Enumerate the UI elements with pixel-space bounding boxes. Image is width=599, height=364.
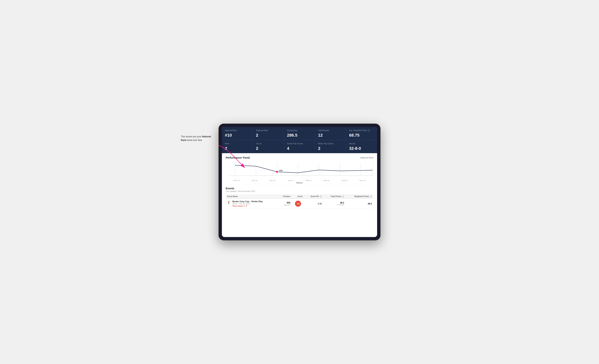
- col-weighted-points: Weighted Points i: [346, 194, 373, 199]
- x-label-oct23: OCT 23: [228, 179, 246, 181]
- x-label-apr24: APR 24: [335, 179, 353, 181]
- x-label-nov23: NOV 23: [246, 179, 264, 181]
- stat-regional-rank: Regional Rank 2: [253, 127, 284, 140]
- svg-text:#10: #10: [279, 169, 282, 172]
- event-name-cell: 🏌️ Buster Cozy Cup – Stroke Play Oct 9 –…: [226, 199, 278, 209]
- svg-point-10: [276, 171, 278, 173]
- stats-row-1: National Rank #10 Regional Rank 2 Scorin…: [222, 127, 377, 140]
- chart-x-labels: OCT 23 NOV 23 DEC 23 JAN 24 FEB 24 MAR 2…: [226, 179, 373, 181]
- event-score: -22: [292, 199, 304, 209]
- events-table-header: Event Name Position Score Event SG i Tot…: [226, 194, 373, 199]
- tablet-frame: National Rank #10 Regional Rank 2 Scorin…: [219, 124, 380, 240]
- table-row: 🏌️ Buster Cozy Cup – Stroke Play Oct 9 –…: [226, 199, 373, 209]
- events-title: Events: [226, 187, 373, 190]
- perf-title: Performance Trend: [226, 156, 250, 159]
- x-label-feb24: FEB 24: [300, 179, 317, 181]
- info-icon-event-sg: i: [320, 195, 322, 197]
- total-points: 28.3 3 Rounds: [323, 199, 346, 209]
- info-icon-weighted-points: i: [370, 195, 372, 197]
- stat-total-rounds: Total Rounds 12: [315, 127, 346, 140]
- stat-wins: Wins 2: [222, 140, 253, 153]
- chart-container: #10 OCT 23 NOV 23 DEC 23 JAN 24 FEB 24 M…: [226, 161, 373, 182]
- events-updated: Last updated: 24th November 2023: [226, 190, 373, 192]
- events-table: Event Name Position Score Event SG i Tot…: [226, 194, 373, 209]
- stat-record: Record 32-8-0: [346, 140, 377, 153]
- col-position: Position: [278, 194, 292, 199]
- info-icon-total-points: i: [342, 195, 344, 197]
- stat-top3s: Top 3s 2: [253, 140, 284, 153]
- stats-row-2: Wins 2 Top 3s 2 Stroke Play Events 4 Mat…: [222, 140, 377, 153]
- x-label-may24: MAY 24: [353, 179, 372, 181]
- stat-avg-weighted-points: Avg. Weighted Points i 68.75: [346, 127, 377, 140]
- col-total-points: Total Points i: [323, 194, 346, 199]
- chart-svg: #10: [226, 161, 373, 178]
- event-sg: 0.45: [304, 199, 323, 209]
- stat-match-play-events: Match Play Events 2: [315, 140, 346, 153]
- events-section: Events Last updated: 24th November 2023 …: [222, 184, 377, 211]
- col-event-sg: Event SG i: [304, 194, 323, 199]
- chart-x-axis-title: Months: [226, 182, 373, 184]
- events-table-body: 🏌️ Buster Cozy Cup – Stroke Play Oct 9 –…: [226, 199, 373, 209]
- x-label-jan24: JAN 24: [282, 179, 300, 181]
- performance-section: Performance Trend National Rank: [222, 153, 377, 184]
- event-position: 6th out of 7: [278, 199, 292, 209]
- weighted-points: 28.3: [346, 199, 373, 209]
- col-event-name: Event Name: [226, 194, 278, 199]
- event-icon: 🏌️: [227, 201, 231, 204]
- event-date: Oct 9 – Oct 10, 2023: [232, 203, 263, 205]
- stat-stroke-play-events: Stroke Play Events 4: [284, 140, 315, 153]
- tablet-screen: National Rank #10 Regional Rank 2 Scorin…: [222, 127, 377, 237]
- stat-scoring-avg: Scoring Avg. 286.5: [284, 127, 315, 140]
- rank-impact: Rank Impact: 3 ▼: [232, 205, 263, 207]
- col-score: Score: [292, 194, 304, 199]
- annotation-text: This shows you your National Rank trend …: [181, 135, 211, 142]
- annotation-block: This shows you your National Rank trend …: [181, 135, 214, 142]
- perf-legend: National Rank: [360, 157, 373, 159]
- stat-national-rank: National Rank #10: [222, 127, 253, 140]
- event-name: Buster Cozy Cup – Stroke Play: [232, 200, 263, 203]
- x-label-dec23: DEC 23: [264, 179, 282, 181]
- info-icon-avg-weighted: i: [368, 130, 370, 132]
- score-badge: -22: [295, 201, 301, 207]
- x-label-mar24: MAR 24: [317, 179, 336, 181]
- event-details: Buster Cozy Cup – Stroke Play Oct 9 – Oc…: [232, 200, 263, 207]
- content-area[interactable]: National Rank #10 Regional Rank 2 Scorin…: [222, 127, 377, 237]
- perf-header: Performance Trend National Rank: [226, 156, 373, 159]
